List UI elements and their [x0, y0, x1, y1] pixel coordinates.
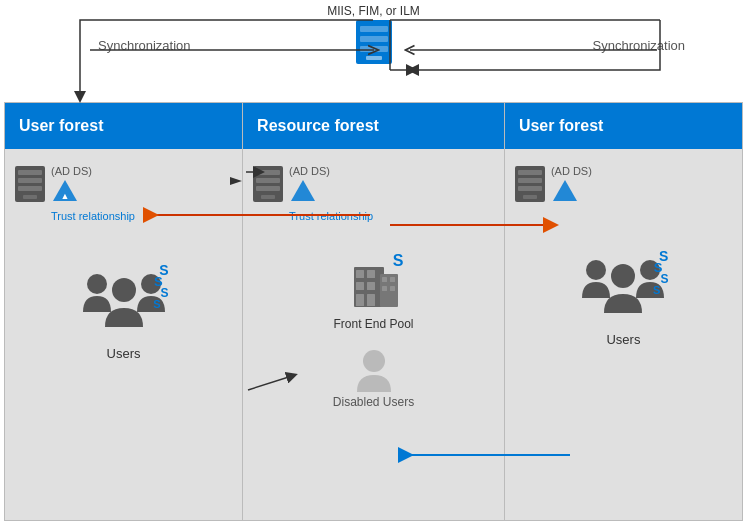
front-end-label: Front End Pool [333, 317, 413, 331]
svg-point-36 [363, 350, 385, 372]
center-ad-ds-label: (AD DS) [289, 165, 373, 177]
svg-rect-30 [367, 294, 375, 306]
svg-rect-29 [356, 294, 364, 306]
svg-point-17 [112, 278, 136, 302]
sync-right-label: Synchronization [593, 38, 686, 53]
svg-point-43 [586, 260, 606, 280]
disabled-users-icon [349, 347, 399, 395]
svg-rect-4 [366, 56, 382, 60]
server-icon-left [13, 165, 47, 205]
svg-rect-20 [256, 178, 280, 183]
user-forest-right-header: User forest [505, 103, 742, 149]
resource-forest-header: Resource forest [243, 103, 504, 149]
users-label-left: Users [107, 346, 141, 361]
svg-text:▲: ▲ [61, 191, 70, 201]
svg-point-15 [87, 274, 107, 294]
svg-rect-41 [523, 195, 537, 199]
miis-server-icon [352, 18, 396, 73]
svg-rect-27 [356, 282, 364, 290]
svg-rect-21 [256, 186, 280, 191]
front-end-section: S Front End Pool [251, 252, 496, 331]
ad-icon-left: ▲ [51, 177, 79, 205]
svg-rect-40 [518, 186, 542, 191]
user-forest-right: User forest (AD DS) [504, 102, 743, 521]
trust-left-label: Trust relationship [51, 210, 135, 222]
svg-rect-3 [360, 46, 388, 52]
svg-marker-42 [553, 180, 577, 201]
svg-rect-9 [18, 170, 42, 175]
miis-label: MIIS, FIM, or ILM [327, 4, 420, 18]
right-ad-ds-label: (AD DS) [551, 165, 592, 177]
server-icon-right [513, 165, 547, 205]
svg-rect-2 [360, 36, 388, 42]
svg-rect-10 [18, 178, 42, 183]
svg-rect-22 [261, 195, 275, 199]
resource-forest: Resource forest (AD DS) [243, 102, 504, 521]
ad-icon-center [289, 177, 317, 205]
svg-rect-19 [256, 170, 280, 175]
svg-rect-32 [382, 277, 387, 282]
svg-marker-7 [230, 177, 242, 185]
svg-rect-25 [356, 270, 364, 278]
svg-point-45 [611, 264, 635, 288]
svg-rect-35 [390, 286, 395, 291]
ad-icon-right [551, 177, 579, 205]
user-forest-left-header: User forest [5, 103, 242, 149]
trust-right-label: Trust relationship [289, 210, 373, 222]
svg-rect-12 [23, 195, 37, 199]
users-label-right: Users [606, 332, 640, 347]
svg-rect-33 [390, 277, 395, 282]
server-icon-center [251, 165, 285, 205]
svg-rect-38 [518, 170, 542, 175]
users-section-right: S S S S Users [513, 248, 734, 347]
left-ad-ds-label: (AD DS) [51, 165, 135, 177]
sync-left-label: Synchronization [98, 38, 191, 53]
svg-rect-26 [367, 270, 375, 278]
svg-rect-28 [367, 282, 375, 290]
disabled-users-label: Disabled Users [333, 395, 414, 409]
users-section-left: S S S S Users [13, 262, 234, 361]
user-forest-left: User forest (AD DS) [4, 102, 243, 521]
svg-rect-1 [360, 26, 388, 32]
svg-marker-23 [291, 180, 315, 201]
svg-rect-34 [382, 286, 387, 291]
svg-rect-39 [518, 178, 542, 183]
disabled-users-section: Disabled Users [251, 347, 496, 409]
svg-rect-11 [18, 186, 42, 191]
